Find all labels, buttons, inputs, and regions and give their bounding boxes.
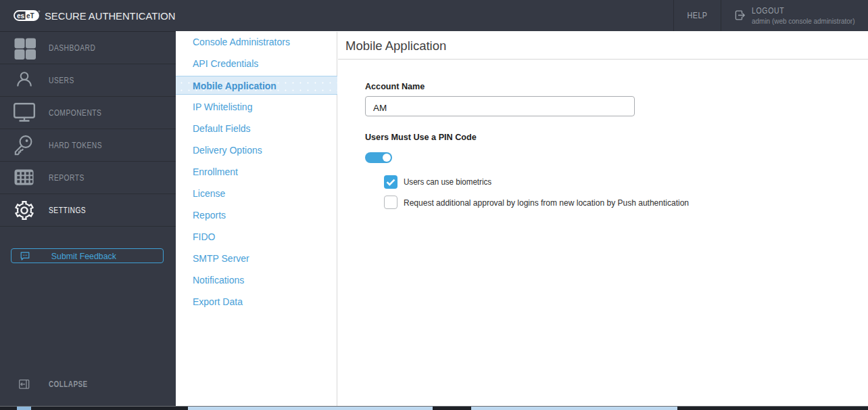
svg-text:eT: eT (26, 12, 34, 20)
svg-text:es: es (17, 12, 25, 20)
